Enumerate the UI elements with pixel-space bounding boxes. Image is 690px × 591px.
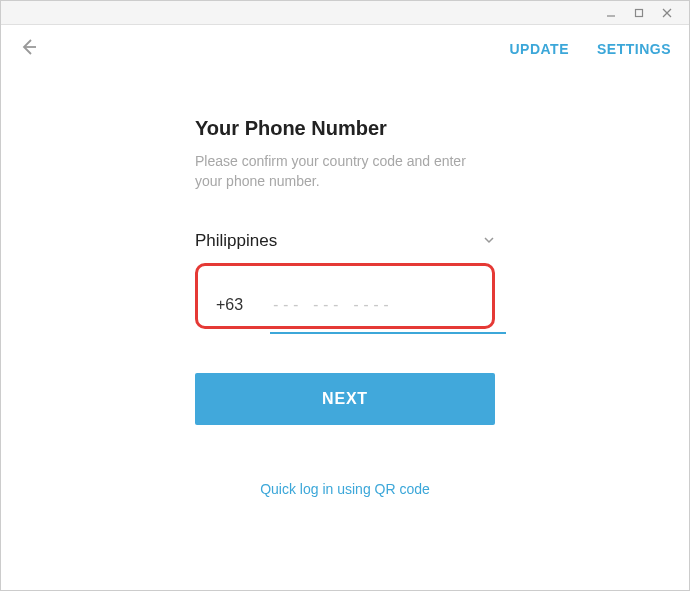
back-arrow-icon[interactable] <box>19 37 39 61</box>
phone-placeholder: --- --- ---- <box>271 296 391 314</box>
qr-login-link[interactable]: Quick log in using QR code <box>195 481 495 497</box>
country-selector[interactable]: Philippines <box>195 231 495 259</box>
next-button[interactable]: NEXT <box>195 373 495 425</box>
header-links: UPDATE SETTINGS <box>509 41 671 57</box>
phone-input-row: +63 --- --- ---- <box>216 296 474 314</box>
chevron-down-icon <box>483 232 495 250</box>
close-button[interactable] <box>653 2 681 24</box>
maximize-button[interactable] <box>625 2 653 24</box>
input-underline <box>270 332 506 334</box>
login-form: Your Phone Number Please confirm your co… <box>195 117 495 497</box>
app-header: UPDATE SETTINGS <box>1 25 689 73</box>
country-code-input[interactable]: +63 <box>216 296 243 314</box>
page-subtitle: Please confirm your country code and ent… <box>195 152 495 191</box>
svg-rect-1 <box>636 9 643 16</box>
phone-input-highlight: +63 --- --- ---- <box>195 263 495 329</box>
window-titlebar <box>1 1 689 25</box>
settings-link[interactable]: SETTINGS <box>597 41 671 57</box>
update-link[interactable]: UPDATE <box>509 41 569 57</box>
page-title: Your Phone Number <box>195 117 495 140</box>
country-name: Philippines <box>195 231 277 251</box>
minimize-button[interactable] <box>597 2 625 24</box>
phone-number-input[interactable]: --- --- ---- <box>271 296 474 314</box>
